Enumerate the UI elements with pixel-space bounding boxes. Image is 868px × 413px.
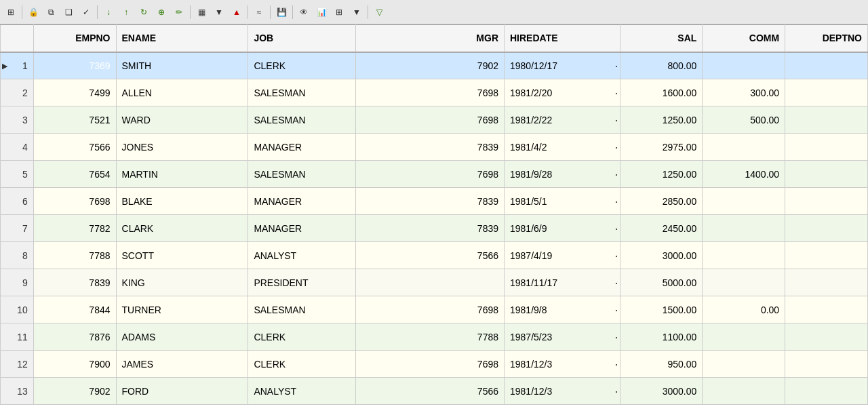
save-btn[interactable]: 💾 [273,4,290,20]
col-header-empno[interactable]: EMPNO [33,25,116,52]
cell-empno[interactable]: 7876 [33,323,116,351]
cell-job[interactable]: SALESMAN [248,106,355,134]
col-header-sal[interactable]: SAL [620,25,703,52]
cell-hiredate[interactable]: 1987/4/19 [505,242,620,269]
table-btn[interactable]: ⊞ [331,4,347,20]
cell-hiredate[interactable]: 1981/2/22 [505,106,620,134]
cell-sal[interactable]: 950.00 [620,351,703,378]
cell-sal[interactable]: 2450.00 [620,215,703,242]
bar-chart-btn[interactable]: 📊 [313,4,330,20]
cell-hiredate[interactable]: 1981/11/17 [505,269,620,296]
cell-ename[interactable]: ALLEN [116,79,248,106]
cell-comm[interactable] [703,52,785,79]
table-row[interactable]: 57654MARTINSALESMAN76981981/9/281250.001… [1,161,868,188]
cell-comm[interactable]: 500.00 [703,106,785,134]
cell-deptno[interactable] [785,378,868,405]
table-container[interactable]: EMPNO ENAME JOB MGR HIREDATE SAL COMM DE… [0,24,868,413]
cell-job[interactable]: PRESIDENT [248,269,355,296]
copy-btn[interactable]: ⧉ [43,4,59,20]
cell-empno[interactable]: 7782 [33,215,116,242]
cell-sal[interactable]: 5000.00 [620,269,703,296]
cell-sal[interactable]: 3000.00 [620,378,703,405]
select-btn[interactable]: ⊞ [3,4,19,20]
cell-empno[interactable]: 7698 [33,188,116,215]
eye-btn[interactable]: 👁 [296,4,312,20]
table-row[interactable]: 137902FORDANALYST75661981/12/33000.00 [1,378,868,405]
cell-deptno[interactable] [785,269,868,296]
table-row[interactable]: 27499ALLENSALESMAN76981981/2/201600.0030… [1,79,868,106]
cell-job[interactable]: SALESMAN [248,296,355,323]
cell-sal[interactable]: 1600.00 [620,79,703,106]
refresh-btn[interactable]: ↻ [136,4,152,20]
cell-comm[interactable]: 0.00 [703,296,785,323]
cell-mgr[interactable]: 7566 [355,242,504,269]
cell-ename[interactable]: JAMES [116,351,248,378]
table-row[interactable]: 67698BLAKEMANAGER78391981/5/12850.00 [1,188,868,215]
cell-empno[interactable]: 7839 [33,269,116,296]
cell-comm[interactable] [703,351,785,378]
cell-ename[interactable]: CLARK [116,215,248,242]
table-row[interactable]: 117876ADAMSCLERK77881987/5/231100.00 [1,323,868,351]
grid-dropdown-btn[interactable]: ▼ [211,4,227,20]
cell-job[interactable]: MANAGER [248,134,355,161]
down-arrow-btn[interactable]: ↓ [100,4,117,20]
cell-comm[interactable] [703,188,785,215]
cell-comm[interactable] [703,323,785,351]
cell-job[interactable]: ANALYST [248,242,355,269]
table-row[interactable]: ▶17369SMITHCLERK79021980/12/17800.00 [1,52,868,79]
cell-hiredate[interactable]: 1981/9/28 [505,161,620,188]
up-arrow-btn[interactable]: ↑ [118,4,134,20]
bookmark-btn[interactable]: ⊕ [153,4,170,20]
cell-hiredate[interactable]: 1981/12/3 [505,351,620,378]
cell-ename[interactable]: SMITH [116,52,248,79]
cell-empno[interactable]: 7900 [33,351,116,378]
cell-comm[interactable] [703,269,785,296]
table-row[interactable]: 47566JONESMANAGER78391981/4/22975.00 [1,134,868,161]
lock-btn[interactable]: 🔒 [25,4,41,20]
cell-sal[interactable]: 1250.00 [620,106,703,134]
cell-ename[interactable]: KING [116,269,248,296]
cell-ename[interactable]: TURNER [116,296,248,323]
cell-sal[interactable]: 2850.00 [620,188,703,215]
cell-sal[interactable]: 2975.00 [620,134,703,161]
cell-mgr[interactable]: 7839 [355,188,504,215]
cell-hiredate[interactable]: 1980/12/17 [505,52,620,79]
cell-deptno[interactable] [785,161,868,188]
cell-mgr[interactable]: 7566 [355,378,504,405]
cell-job[interactable]: CLERK [248,52,355,79]
cell-deptno[interactable] [785,296,868,323]
table-dropdown-btn[interactable]: ▼ [349,4,365,20]
cell-comm[interactable]: 300.00 [703,79,785,106]
cell-mgr[interactable] [355,269,504,296]
cell-mgr[interactable]: 7698 [355,296,504,323]
cell-empno[interactable]: 7499 [33,79,116,106]
cell-ename[interactable]: BLAKE [116,188,248,215]
cell-hiredate[interactable]: 1987/5/23 [505,323,620,351]
wave-btn[interactable]: ≈ [251,4,267,20]
cell-hiredate[interactable]: 1981/4/2 [505,134,620,161]
cell-job[interactable]: MANAGER [248,188,355,215]
cell-ename[interactable]: SCOTT [116,242,248,269]
cell-mgr[interactable]: 7839 [355,215,504,242]
cell-sal[interactable]: 1250.00 [620,161,703,188]
col-header-job[interactable]: JOB [248,25,355,52]
cell-deptno[interactable] [785,52,868,79]
table-row[interactable]: 37521WARDSALESMAN76981981/2/221250.00500… [1,106,868,134]
check-btn[interactable]: ✓ [78,4,94,20]
cell-comm[interactable] [703,378,785,405]
table-row[interactable]: 97839KINGPRESIDENT1981/11/175000.00 [1,269,868,296]
cell-ename[interactable]: JONES [116,134,248,161]
cell-deptno[interactable] [785,323,868,351]
cell-deptno[interactable] [785,351,868,378]
cell-mgr[interactable]: 7698 [355,106,504,134]
cell-empno[interactable]: 7902 [33,378,116,405]
col-header-comm[interactable]: COMM [703,25,785,52]
cell-deptno[interactable] [785,242,868,269]
cell-deptno[interactable] [785,188,868,215]
cell-deptno[interactable] [785,134,868,161]
table-row[interactable]: 77782CLARKMANAGER78391981/6/92450.00 [1,215,868,242]
cell-empno[interactable]: 7844 [33,296,116,323]
cell-job[interactable]: ANALYST [248,378,355,405]
table-row[interactable]: 87788SCOTTANALYST75661987/4/193000.00 [1,242,868,269]
cell-comm[interactable] [703,242,785,269]
